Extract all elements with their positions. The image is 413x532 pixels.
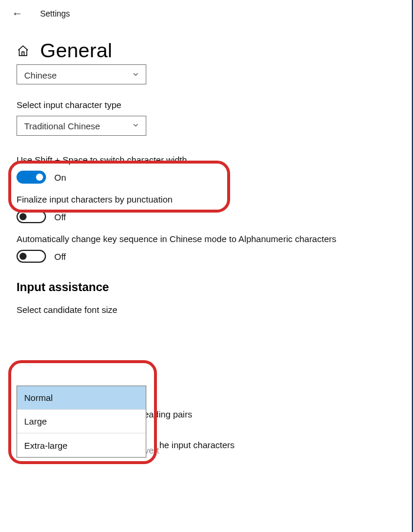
font-size-option-extra-large[interactable]: Extra-large (17, 433, 146, 457)
font-size-option-normal[interactable]: Normal (17, 386, 146, 410)
chevron-down-icon (132, 70, 140, 80)
finalize-setting: Finalize input characters by punctuation… (17, 194, 396, 223)
auto-alpha-toggle[interactable] (17, 250, 46, 263)
character-type-combo[interactable]: Traditional Chinese (17, 116, 146, 136)
input-assistance-heading: Input assistance (17, 280, 396, 294)
home-icon[interactable] (17, 44, 30, 57)
auto-alpha-setting: Automatically change key sequence in Chi… (17, 234, 396, 263)
character-type-value: Traditional Chinese (24, 121, 100, 131)
auto-alpha-label: Automatically change key sequence in Chi… (17, 234, 347, 244)
chevron-down-icon (132, 121, 140, 131)
shift-space-state: On (54, 172, 66, 182)
shift-space-toggle[interactable] (17, 171, 46, 184)
font-size-option-large[interactable]: Large (17, 410, 146, 433)
font-size-label: Select candidate font size (17, 305, 396, 315)
page-title: General (40, 39, 112, 62)
character-type-label: Select input character type (17, 100, 396, 110)
auto-alpha-state: Off (54, 252, 66, 262)
font-size-dropdown-list: Normal Large Extra-large (17, 386, 146, 458)
window-title: Settings (40, 9, 70, 18)
conversion-mode-combo[interactable]: Chinese (17, 64, 146, 84)
finalize-toggle[interactable] (17, 210, 46, 223)
finalize-state: Off (54, 212, 66, 222)
page-header: General (17, 39, 396, 62)
title-bar: ← Settings (0, 0, 413, 27)
shift-space-setting: Use Shift + Space to switch character wi… (17, 155, 396, 184)
back-arrow-icon[interactable]: ← (12, 8, 22, 19)
obscured-text-fragment: he input characters (159, 440, 235, 450)
conversion-mode-value: Chinese (24, 70, 57, 80)
finalize-label: Finalize input characters by punctuation (17, 194, 396, 204)
shift-space-label: Use Shift + Space to switch character wi… (17, 155, 396, 165)
